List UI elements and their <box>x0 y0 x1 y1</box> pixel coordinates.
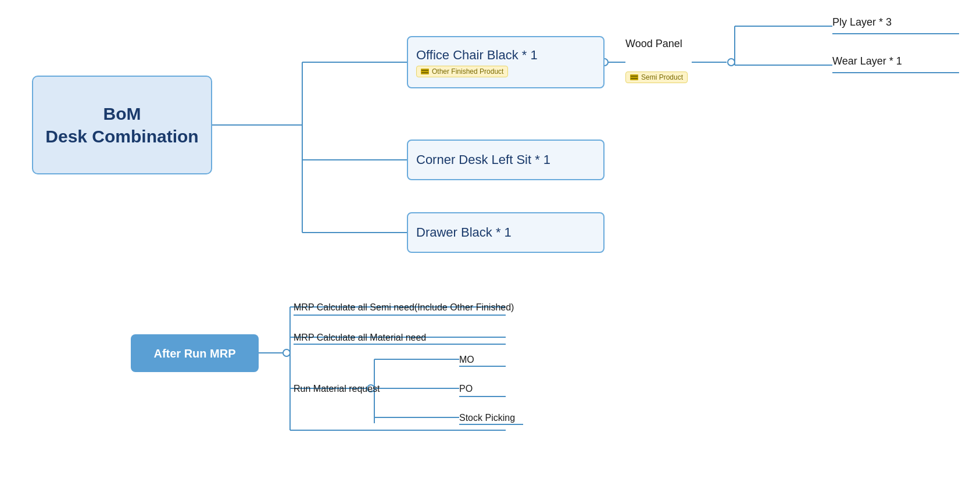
run-material-label: Run Material request <box>294 384 380 394</box>
svg-point-8 <box>728 59 735 66</box>
badge-icon-lines <box>421 69 429 74</box>
chair-box: Office Chair Black * 1 Other Finished Pr… <box>407 36 605 88</box>
semi-badge: Semi Product <box>625 72 688 83</box>
wood-panel-label: Wood Panel <box>625 38 682 50</box>
ply-layer-label: Ply Layer * 3 <box>832 16 892 28</box>
stock-label: Stock Picking <box>459 413 515 423</box>
drawer-box: Drawer Black * 1 <box>407 212 605 253</box>
semi-badge-icon <box>630 74 638 80</box>
mrp-box: After Run MRP <box>131 334 259 372</box>
diagram-container: BoM Desk Combination Office Chair Black … <box>0 0 980 493</box>
bom-box: BoM Desk Combination <box>32 76 212 174</box>
svg-point-15 <box>283 349 290 356</box>
mrp-title: After Run MRP <box>153 346 235 361</box>
corner-box: Corner Desk Left Sit * 1 <box>407 140 605 180</box>
wear-layer-label: Wear Layer * 1 <box>832 55 902 67</box>
semi-product-badge: Semi Product <box>625 69 688 83</box>
other-finished-badge: Other Finished Product <box>416 66 508 77</box>
bom-title: BoM Desk Combination <box>45 102 198 148</box>
drawer-title: Drawer Black * 1 <box>416 225 512 240</box>
mrp-material-label: MRP Calculate all Material need <box>294 333 426 343</box>
chair-title: Office Chair Black * 1 <box>416 48 538 63</box>
mrp-semi-label: MRP Calculate all Semi need(Include Othe… <box>294 302 514 313</box>
mo-label: MO <box>459 355 474 365</box>
corner-title: Corner Desk Left Sit * 1 <box>416 152 550 167</box>
po-label: PO <box>459 384 473 394</box>
